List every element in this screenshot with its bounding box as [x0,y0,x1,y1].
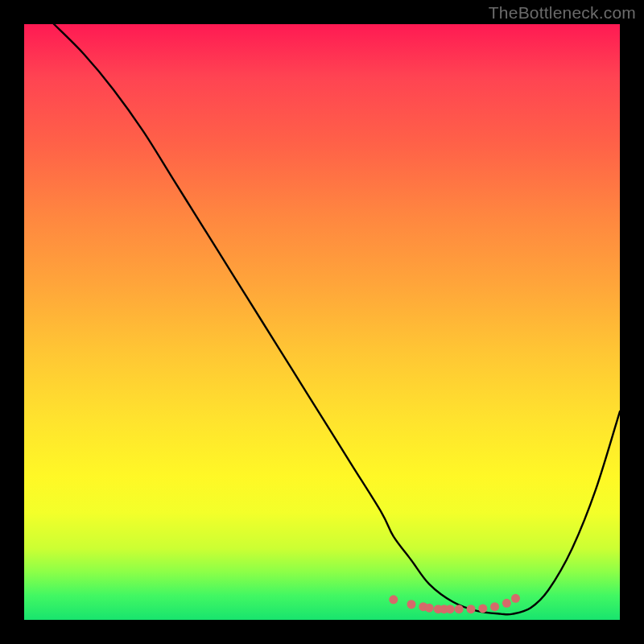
bottom-markers-group [389,594,520,613]
bottom-marker [490,602,499,611]
bottom-marker [502,599,511,608]
bottom-marker [389,595,398,604]
watermark-text: TheBottleneck.com [489,3,636,23]
bottom-marker [425,604,434,613]
curve-line [54,24,620,614]
bottom-marker [419,602,427,611]
bottom-marker [407,600,416,609]
bottom-marker [434,605,443,613]
bottom-marker [467,605,476,613]
chart-frame: TheBottleneck.com [0,0,644,644]
bottom-marker [455,605,464,613]
plot-area [24,24,620,620]
bottom-marker [440,605,448,613]
bottom-marker [478,604,487,613]
chart-svg [24,24,620,620]
bottom-marker [446,605,455,613]
bottom-marker [511,594,520,603]
